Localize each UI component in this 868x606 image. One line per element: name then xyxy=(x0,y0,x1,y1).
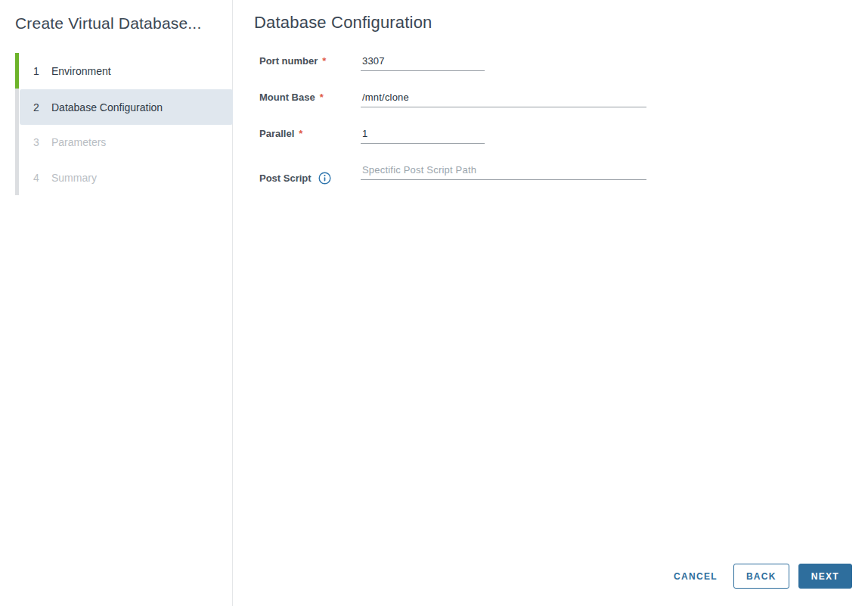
step-number: 4 xyxy=(33,172,44,184)
sidebar-step-environment[interactable]: 1 Environment xyxy=(20,53,233,89)
step-number: 2 xyxy=(33,101,44,113)
mount-base-input[interactable] xyxy=(361,91,646,107)
wizard-sidebar: Create Virtual Database... 1 Environment… xyxy=(0,0,233,606)
step-label: Summary xyxy=(51,172,97,184)
parallel-input[interactable] xyxy=(361,127,485,144)
wizard-steps: 1 Environment 2 Database Configuration 3… xyxy=(0,53,233,195)
info-circle-icon[interactable] xyxy=(318,172,331,185)
cancel-button[interactable]: CANCEL xyxy=(668,564,724,589)
step-number: 1 xyxy=(33,65,44,77)
next-button[interactable]: NEXT xyxy=(798,564,852,589)
required-marker: * xyxy=(299,128,302,139)
parallel-label: Parallel xyxy=(259,128,294,139)
required-marker: * xyxy=(322,55,326,67)
back-button[interactable]: BACK xyxy=(733,564,789,589)
step-label: Parameters xyxy=(51,136,106,148)
sidebar-step-database-configuration[interactable]: 2 Database Configuration xyxy=(20,89,233,125)
port-number-input[interactable] xyxy=(361,54,485,71)
step-label: Environment xyxy=(51,65,111,77)
post-script-label: Post Script xyxy=(259,172,312,184)
page-title: Database Configuration xyxy=(254,13,432,33)
wizard-footer: CANCEL BACK NEXT xyxy=(668,564,852,589)
sidebar-step-summary: 4 Summary xyxy=(20,160,233,195)
post-script-input[interactable] xyxy=(361,163,646,180)
step-number: 3 xyxy=(33,136,44,148)
step-track-completed-bar xyxy=(15,53,19,89)
sidebar-step-parameters: 3 Parameters xyxy=(20,124,233,160)
step-label: Database Configuration xyxy=(51,101,163,113)
mount-base-label: Mount Base xyxy=(259,92,315,103)
port-number-label: Port number xyxy=(259,55,318,67)
required-marker: * xyxy=(320,92,324,103)
wizard-title: Create Virtual Database... xyxy=(15,14,231,33)
